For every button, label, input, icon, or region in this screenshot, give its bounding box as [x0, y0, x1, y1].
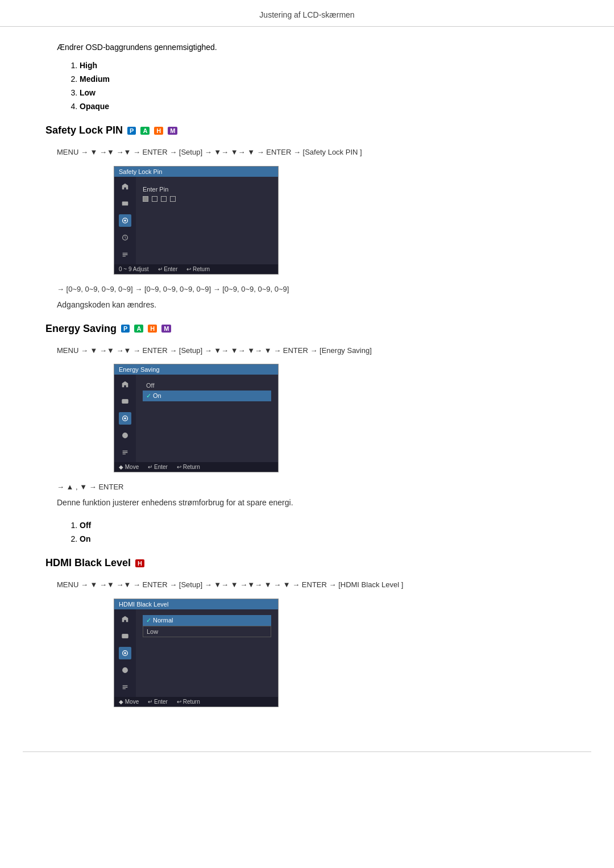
menu-icon-5 — [119, 446, 131, 459]
footer-enter: ↵ Enter — [148, 699, 168, 705]
svg-rect-5 — [122, 400, 128, 404]
menu-icon-5 — [119, 681, 131, 693]
menu-sidebar — [114, 177, 136, 264]
hdmi-black-menu-content: Normal Low — [136, 609, 278, 697]
hdmi-normal-option[interactable]: Normal — [143, 615, 271, 626]
hdmi-black-menu-title: HDMI Black Level — [114, 599, 278, 609]
safety-lock-nav-path: MENU → ▼ →▼ →▼ → ENTER → [Setup] → ▼→ ▼→… — [57, 147, 569, 158]
list-item: Low — [80, 88, 569, 97]
menu-icon-4 — [119, 231, 131, 244]
item-label: Low — [80, 88, 96, 97]
menu-icon-4 — [119, 664, 131, 676]
footer-enter: ↵ Enter — [158, 266, 178, 272]
energy-off-option[interactable]: Off — [143, 380, 271, 391]
energy-saving-menu-footer: ◆ Move ↵ Enter ↩ Return — [114, 462, 278, 472]
menu-icon-1 — [119, 613, 131, 625]
footer-adjust: 0 ~ 9 Adjust — [119, 266, 149, 272]
pin-dot-2 — [152, 196, 157, 202]
menu-icon-2 — [119, 630, 131, 642]
pin-dot-1 — [143, 196, 148, 202]
svg-rect-9 — [122, 634, 128, 638]
safety-lock-note: Adgangskoden kan ændres. — [57, 300, 569, 309]
item-label: On — [80, 534, 90, 543]
hdmi-black-section-header: HDMI Black Level H — [45, 557, 569, 569]
energy-saving-menu-title: Energy Saving — [114, 364, 278, 375]
hdmi-black-menu-footer: ◆ Move ↵ Enter ↩ Return — [114, 697, 278, 707]
menu-sidebar — [114, 609, 136, 697]
menu-icon-5 — [119, 248, 131, 261]
list-item: Off — [80, 521, 569, 530]
badge-m: M — [168, 127, 177, 135]
pin-label: Enter Pin — [143, 186, 271, 193]
hdmi-black-menu: HDMI Black Level — [114, 599, 279, 707]
hdmi-low-option[interactable]: Low — [143, 626, 271, 637]
page-title: Justering af LCD-skærmen — [0, 0, 614, 27]
energy-saving-description: Denne funktion justerer enhedens strømfo… — [57, 498, 569, 507]
svg-point-3 — [124, 219, 126, 222]
safety-lock-menu-title: Safety Lock Pin — [114, 167, 278, 177]
footer-return: ↩ Return — [177, 699, 200, 705]
pin-area: Enter Pin — [143, 186, 271, 202]
safety-lock-title: Safety Lock PIN — [45, 124, 123, 136]
badge-h: H — [148, 325, 157, 333]
energy-saving-title: Energy Saving — [45, 323, 117, 335]
pin-dot-3 — [161, 196, 167, 202]
footer-move: ◆ Move — [119, 464, 139, 470]
menu-icon-3-active — [119, 412, 131, 425]
energy-saving-arrow: → ▲ , ▼ → ENTER — [57, 483, 569, 491]
safety-lock-menu: Safety Lock Pin — [114, 166, 279, 275]
page-title-text: Justering af LCD-skærmen — [259, 10, 354, 19]
menu-icon-2 — [119, 197, 131, 210]
footer-return: ↩ Return — [177, 464, 200, 470]
item-label: High — [80, 61, 97, 70]
hdmi-black-title: HDMI Black Level — [45, 557, 131, 569]
badge-m: M — [161, 325, 171, 333]
energy-on-option[interactable]: On — [143, 391, 271, 401]
pin-dots — [143, 196, 271, 202]
footer-move: ◆ Move — [119, 699, 139, 705]
safety-lock-menu-footer: 0 ~ 9 Adjust ↵ Enter ↩ Return — [114, 264, 278, 274]
energy-saving-list: Off On — [80, 521, 569, 543]
badge-a: A — [140, 127, 150, 135]
pin-dot-4 — [170, 196, 176, 202]
hdmi-black-nav-path: MENU → ▼ →▼ →▼ → ENTER → [Setup] → ▼→ ▼ … — [57, 579, 569, 591]
badge-h2: H — [135, 559, 144, 567]
menu-icon-3-active — [119, 214, 131, 227]
page-container: Justering af LCD-skærmen Ændrer OSD-bagg… — [0, 0, 614, 868]
menu-icon-1 — [119, 378, 131, 391]
osd-intro: Ændrer OSD-baggrundens gennemsigtighed. — [57, 43, 569, 52]
energy-saving-menu: Energy Saving — [114, 364, 279, 472]
list-item: Opaque — [80, 102, 569, 111]
list-item: High — [80, 61, 569, 70]
energy-saving-section-header: Energy Saving P A H M — [45, 323, 569, 335]
list-item: Medium — [80, 74, 569, 84]
menu-icon-1 — [119, 180, 131, 193]
osd-list: High Medium Low Opaque — [80, 61, 569, 111]
menu-icon-3-active — [119, 647, 131, 659]
safety-lock-section-header: Safety Lock PIN P A H M — [45, 124, 569, 136]
badge-p: P — [121, 325, 130, 333]
menu-icon-4 — [119, 429, 131, 442]
safety-lock-path-text: → [0~9, 0~9, 0~9, 0~9] → [0~9, 0~9, 0~9,… — [57, 285, 569, 293]
main-content: Ændrer OSD-baggrundens gennemsigtighed. … — [0, 43, 614, 740]
svg-point-11 — [124, 652, 126, 654]
bottom-rule — [23, 751, 591, 752]
energy-saving-menu-content: Off On — [136, 375, 278, 462]
svg-point-7 — [124, 417, 126, 420]
badge-a: A — [134, 325, 143, 333]
menu-icon-2 — [119, 395, 131, 408]
menu-sidebar — [114, 375, 136, 462]
energy-saving-nav-path: MENU → ▼ →▼ →▼ → ENTER → [Setup] → ▼→ ▼→… — [57, 345, 569, 356]
footer-enter: ↵ Enter — [148, 464, 168, 470]
list-item: On — [80, 534, 569, 543]
badge-p: P — [127, 127, 136, 135]
item-label: Off — [80, 521, 91, 530]
footer-return: ↩ Return — [186, 266, 210, 272]
item-label: Medium — [80, 74, 110, 84]
item-label: Opaque — [80, 102, 109, 111]
safety-lock-menu-content: Enter Pin — [136, 177, 278, 264]
badge-h: H — [154, 127, 163, 135]
